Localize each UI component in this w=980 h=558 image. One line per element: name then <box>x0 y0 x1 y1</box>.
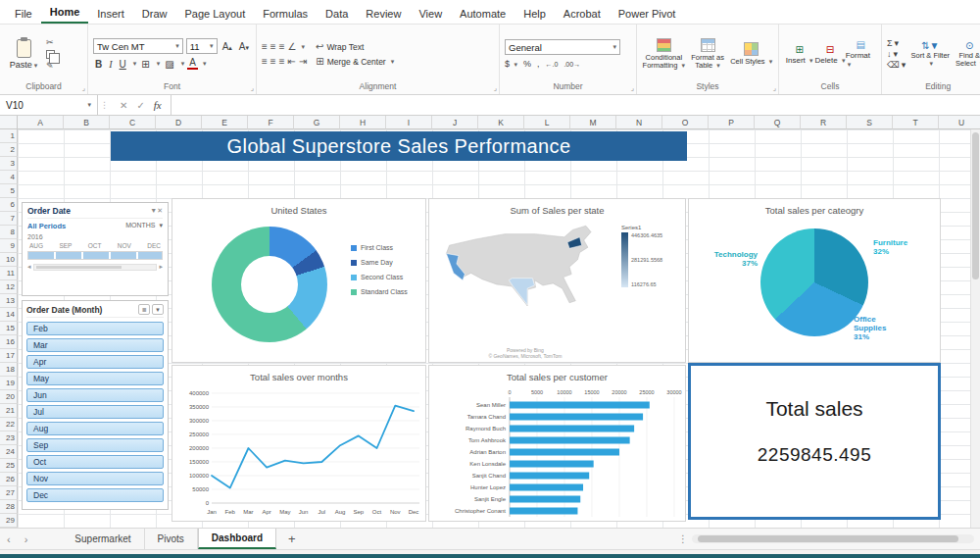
vertical-scroll-thumb[interactable] <box>972 132 979 279</box>
slicer-item-may[interactable]: May <box>26 372 164 385</box>
align-left-icon[interactable]: ≡ <box>262 56 268 67</box>
borders-icon[interactable]: ⊞ <box>139 59 151 70</box>
fill-color-icon[interactable]: ▨ <box>163 59 175 70</box>
increase-font-icon[interactable]: A▴ <box>220 41 234 52</box>
formula-bar-handle[interactable]: ⋮ <box>98 95 111 115</box>
ribbon-tab-power-pivot[interactable]: Power Pivot <box>610 3 685 24</box>
styles-dialog-launcher-icon[interactable]: ⌟ <box>773 84 776 92</box>
ribbon-tab-home[interactable]: Home <box>41 1 89 24</box>
total-sales-card[interactable]: Total sales 2259845.495 <box>688 363 941 520</box>
merge-center-icon[interactable]: ⊞ <box>316 56 323 67</box>
timeline-scroll-thumb[interactable] <box>36 266 122 269</box>
align-right-icon[interactable]: ≡ <box>279 56 285 67</box>
horizontal-scroll-thumb[interactable] <box>698 535 958 542</box>
ribbon-tab-file[interactable]: File <box>6 3 41 24</box>
add-sheet-button[interactable]: + <box>276 532 308 546</box>
timeline-clear-filter-icon[interactable]: ▼✕ <box>150 207 163 215</box>
cancel-icon[interactable]: ✕ <box>120 100 127 111</box>
merge-center-label[interactable]: Merge & Center <box>327 57 386 67</box>
timeline-selection-bar[interactable] <box>27 251 163 260</box>
autosum-icon[interactable]: Σ▾ <box>887 38 906 48</box>
sheet-nav-right-icon[interactable]: › <box>18 533 35 545</box>
number-dialog-launcher-icon[interactable]: ⌟ <box>631 84 634 92</box>
horizontal-scrollbar[interactable] <box>692 534 974 543</box>
font-size-select[interactable]: 11▾ <box>186 38 218 54</box>
wrap-text-label[interactable]: Wrap Text <box>326 42 364 52</box>
slicer-item-mar[interactable]: Mar <box>26 338 164 352</box>
name-box[interactable]: V10 ▾ <box>0 95 98 115</box>
decrease-font-icon[interactable]: A▾ <box>237 41 251 52</box>
ribbon-tab-help[interactable]: Help <box>514 3 555 24</box>
increase-indent-icon[interactable]: ⇥ <box>299 56 307 67</box>
ribbon-tab-data[interactable]: Data <box>317 3 357 24</box>
cell-styles-button[interactable]: Cell Styles ▾ <box>729 42 773 67</box>
format-cells-button[interactable]: ▤ Format ▾ <box>846 39 876 69</box>
vertical-scrollbar[interactable] <box>970 129 980 528</box>
category-pie-chart-card[interactable]: Total sales per cateogry Technology37% F… <box>688 198 941 363</box>
align-bottom-icon[interactable]: ≡ <box>279 41 285 52</box>
slicer-item-jun[interactable]: Jun <box>26 388 164 402</box>
timeline-scrollbar[interactable]: ◂ ▸ <box>27 263 163 271</box>
shipmode-donut-chart-card[interactable]: United States First ClassSame DaySecond … <box>172 198 426 363</box>
slicer-item-aug[interactable]: Aug <box>26 422 164 435</box>
slicer-item-dec[interactable]: Dec <box>26 488 164 502</box>
fill-icon[interactable]: ↓▾ <box>887 49 906 59</box>
decrease-decimal-icon[interactable]: .00→ <box>564 61 580 68</box>
ribbon-tab-formulas[interactable]: Formulas <box>254 3 317 24</box>
paste-button[interactable]: Paste▾ <box>5 39 42 70</box>
slicer-item-nov[interactable]: Nov <box>26 472 164 485</box>
month-slicer[interactable]: Order Date (Month) ≣ ▼ FebMarAprMayJunJu… <box>22 300 169 510</box>
conditional-formatting-button[interactable]: Conditional Formatting ▾ <box>642 38 686 71</box>
slicer-multiselect-icon[interactable]: ≣ <box>138 304 150 315</box>
currency-format-icon[interactable]: $ ▾ <box>505 59 517 69</box>
underline-button[interactable]: U <box>118 59 128 70</box>
sheetbar-more-icon[interactable]: ⋮ <box>674 533 692 544</box>
decrease-indent-icon[interactable]: ⇤ <box>288 56 296 67</box>
number-format-select[interactable]: General▾ <box>505 39 620 55</box>
orientation-icon[interactable]: ∠ <box>288 41 297 52</box>
formula-input[interactable] <box>172 95 980 115</box>
clear-icon[interactable]: ⌫▾ <box>887 60 906 70</box>
customer-bar-chart-card[interactable]: Total sales per customer 050001000015000… <box>428 365 686 522</box>
insert-function-icon[interactable]: fx <box>154 99 162 111</box>
sort-filter-button[interactable]: ⇅▼ Sort & Filter ▾ <box>910 40 950 69</box>
sheet-tab-dashboard[interactable]: Dashboard <box>198 529 276 549</box>
slicer-item-feb[interactable]: Feb <box>26 322 164 335</box>
font-color-icon[interactable]: A <box>187 58 198 70</box>
timeline-slicer[interactable]: Order Date ▼✕ All Periods MONTHS ▾ 2016 … <box>22 202 169 296</box>
timeline-scroll-right-icon[interactable]: ▸ <box>159 263 163 271</box>
font-dialog-launcher-icon[interactable]: ⌟ <box>251 84 254 92</box>
slicer-item-oct[interactable]: Oct <box>26 455 164 469</box>
ribbon-tab-view[interactable]: View <box>410 3 451 24</box>
enter-icon[interactable]: ✓ <box>136 100 144 111</box>
ribbon-tab-draw[interactable]: Draw <box>133 3 176 24</box>
state-map-chart-card[interactable]: Sum of Sales per state Series1 446306.46… <box>428 198 686 363</box>
copy-icon[interactable] <box>46 50 55 59</box>
font-name-select[interactable]: Tw Cen MT▾ <box>93 38 183 54</box>
align-middle-icon[interactable]: ≡ <box>270 41 276 52</box>
clipboard-dialog-launcher-icon[interactable]: ⌟ <box>82 84 85 92</box>
timeline-scroll-track[interactable] <box>33 264 158 271</box>
align-top-icon[interactable]: ≡ <box>262 41 268 52</box>
ribbon-tab-automate[interactable]: Automate <box>451 3 514 24</box>
cut-icon[interactable]: ✂ <box>46 37 55 48</box>
wrap-text-icon[interactable]: ↩ <box>316 41 323 52</box>
slicer-item-sep[interactable]: Sep <box>26 438 164 452</box>
ribbon-tab-acrobat[interactable]: Acrobat <box>555 3 610 24</box>
sheet-nav-left-icon[interactable]: ‹ <box>0 533 18 545</box>
format-as-table-button[interactable]: Format as Table ▾ <box>686 38 730 71</box>
monthly-sales-line-chart-card[interactable]: Total sales over months 0500001000001500… <box>172 365 426 522</box>
slicer-item-jul[interactable]: Jul <box>26 405 164 419</box>
percent-format-icon[interactable]: % <box>523 59 531 69</box>
delete-cells-button[interactable]: ⊟ Delete ▾ <box>814 44 845 65</box>
ribbon-tab-insert[interactable]: Insert <box>88 3 133 24</box>
increase-decimal-icon[interactable]: ←.0 <box>546 61 559 68</box>
ribbon-tab-review[interactable]: Review <box>357 3 410 24</box>
alignment-dialog-launcher-icon[interactable]: ⌟ <box>494 84 497 92</box>
ribbon-tab-page-layout[interactable]: Page Layout <box>175 3 254 24</box>
align-center-icon[interactable]: ≡ <box>270 56 276 67</box>
timeline-level-select[interactable]: MONTHS ▾ <box>125 222 163 230</box>
insert-cells-button[interactable]: ⊞ Insert ▾ <box>784 44 814 65</box>
slicer-item-apr[interactable]: Apr <box>26 355 164 369</box>
slicer-clear-filter-icon[interactable]: ▼ <box>152 304 164 315</box>
